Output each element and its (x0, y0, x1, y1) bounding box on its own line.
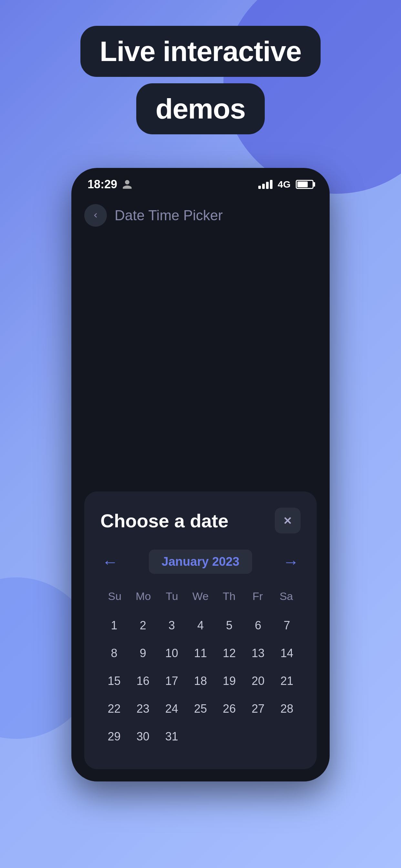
table-row[interactable]: 18 (187, 668, 214, 694)
status-right: 4G (258, 179, 313, 190)
table-row[interactable]: 15 (100, 668, 128, 694)
table-row[interactable]: 29 (100, 723, 128, 750)
table-row[interactable]: 9 (129, 640, 157, 666)
person-icon (122, 179, 133, 190)
calendar-days: 1234567891011121314151617181920212223242… (100, 612, 301, 750)
weekday-we: We (186, 587, 215, 606)
table-row[interactable]: 14 (273, 640, 301, 666)
signal-bar-2 (262, 184, 265, 189)
signal-4g-label: 4G (278, 179, 290, 190)
table-row[interactable]: 19 (216, 668, 243, 694)
modal-title: Choose a date (100, 510, 228, 531)
month-year-display[interactable]: January 2023 (149, 550, 252, 574)
signal-bar-3 (266, 182, 269, 189)
table-row[interactable]: 2 (129, 612, 157, 639)
table-row[interactable]: 17 (158, 668, 185, 694)
weekday-su: Su (100, 587, 129, 606)
header-area: Live interactive demos (0, 26, 401, 134)
battery-fill (297, 182, 308, 187)
badge-line1: Live interactive (81, 26, 321, 77)
phone-mockup: 18:29 4G Date Time Picker (71, 168, 330, 781)
table-row[interactable]: 20 (244, 668, 272, 694)
calendar-nav: ← January 2023 → (100, 550, 301, 574)
modal-header: Choose a date (100, 507, 301, 533)
app-bar: Date Time Picker (71, 197, 330, 237)
header-line1: Live interactive (100, 35, 302, 67)
next-month-button[interactable]: → (281, 553, 301, 571)
table-row[interactable]: 23 (129, 695, 157, 722)
signal-bar-4 (270, 180, 273, 189)
back-icon (91, 211, 100, 220)
weekday-tu: Tu (158, 587, 186, 606)
calendar-grid: Su Mo Tu We Th Fr Sa 1234567891011121314… (100, 587, 301, 750)
table-row[interactable]: 10 (158, 640, 185, 666)
table-row[interactable]: 11 (187, 640, 214, 666)
table-row[interactable]: 22 (100, 695, 128, 722)
table-row[interactable]: 26 (216, 695, 243, 722)
table-row[interactable]: 30 (129, 723, 157, 750)
table-row[interactable]: 1 (100, 612, 128, 639)
table-row[interactable]: 8 (100, 640, 128, 666)
back-button[interactable] (84, 204, 107, 227)
date-picker-modal: Choose a date ← January 2023 → Su Mo (84, 492, 317, 769)
table-row[interactable]: 31 (158, 723, 185, 750)
table-row[interactable]: 28 (273, 695, 301, 722)
status-time: 18:29 (88, 178, 117, 191)
table-row[interactable]: 21 (273, 668, 301, 694)
table-row[interactable]: 12 (216, 640, 243, 666)
battery-icon (296, 180, 313, 189)
weekday-sa: Sa (272, 587, 301, 606)
app-bar-title: Date Time Picker (115, 207, 223, 223)
table-row[interactable]: 6 (244, 612, 272, 639)
table-row[interactable]: 5 (216, 612, 243, 639)
table-row[interactable]: 3 (158, 612, 185, 639)
weekday-mo: Mo (129, 587, 158, 606)
table-row[interactable]: 16 (129, 668, 157, 694)
close-button[interactable] (275, 507, 301, 533)
status-bar: 18:29 4G (71, 168, 330, 197)
weekday-th: Th (215, 587, 243, 606)
table-row[interactable]: 25 (187, 695, 214, 722)
calendar-weekdays: Su Mo Tu We Th Fr Sa (100, 587, 301, 606)
table-row[interactable]: 7 (273, 612, 301, 639)
table-row[interactable]: 27 (244, 695, 272, 722)
prev-month-button[interactable]: ← (100, 553, 120, 571)
phone-content: Choose a date ← January 2023 → Su Mo (71, 237, 330, 781)
status-left: 18:29 (88, 178, 133, 191)
close-icon (282, 515, 294, 526)
signal-bars (258, 180, 273, 189)
table-row[interactable]: 13 (244, 640, 272, 666)
table-row[interactable]: 24 (158, 695, 185, 722)
table-row[interactable]: 4 (187, 612, 214, 639)
badge-line2: demos (136, 83, 265, 134)
signal-bar-1 (258, 186, 261, 189)
weekday-fr: Fr (243, 587, 272, 606)
header-line2: demos (156, 93, 246, 125)
